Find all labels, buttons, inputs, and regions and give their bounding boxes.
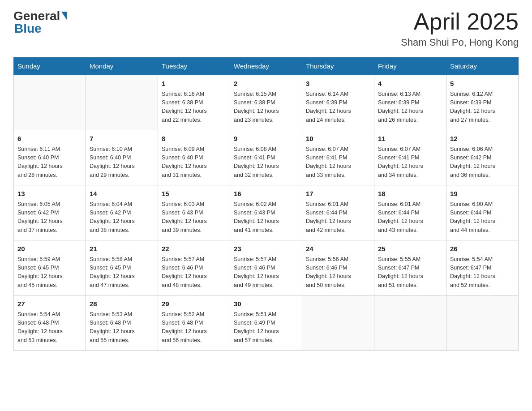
day-number: 7 [90,134,154,144]
day-info: Sunrise: 6:11 AMSunset: 6:40 PMDaylight:… [17,145,82,180]
calendar-week-row: 20Sunrise: 5:59 AMSunset: 6:45 PMDayligh… [14,240,519,295]
calendar-empty-cell [302,295,374,351]
day-info: Sunrise: 6:07 AMSunset: 6:41 PMDaylight:… [378,145,442,180]
day-info: Sunrise: 6:16 AMSunset: 6:38 PMDaylight:… [162,90,226,125]
calendar-day-25: 25Sunrise: 5:55 AMSunset: 6:47 PMDayligh… [374,240,446,295]
day-number: 21 [90,244,154,254]
calendar-week-row: 13Sunrise: 6:05 AMSunset: 6:42 PMDayligh… [14,185,519,240]
day-number: 14 [90,189,154,199]
day-number: 5 [450,79,515,89]
day-number: 10 [306,134,370,144]
calendar-day-11: 11Sunrise: 6:07 AMSunset: 6:41 PMDayligh… [374,130,446,185]
day-info: Sunrise: 6:02 AMSunset: 6:43 PMDaylight:… [234,200,298,235]
calendar-header: SundayMondayTuesdayWednesdayThursdayFrid… [14,58,519,75]
day-number: 17 [306,189,370,199]
calendar-day-30: 30Sunrise: 5:51 AMSunset: 6:49 PMDayligh… [230,295,302,351]
day-info: Sunrise: 5:54 AMSunset: 6:47 PMDaylight:… [450,255,515,290]
calendar-week-row: 6Sunrise: 6:11 AMSunset: 6:40 PMDaylight… [14,130,519,185]
calendar-day-10: 10Sunrise: 6:07 AMSunset: 6:41 PMDayligh… [302,130,374,185]
day-info: Sunrise: 5:52 AMSunset: 6:48 PMDaylight:… [162,310,226,345]
day-number: 4 [378,79,442,89]
day-number: 20 [17,244,82,254]
calendar-day-12: 12Sunrise: 6:06 AMSunset: 6:42 PMDayligh… [446,130,519,185]
calendar-day-2: 2Sunrise: 6:15 AMSunset: 6:38 PMDaylight… [230,75,302,130]
day-number: 16 [234,189,298,199]
title-block: April 2025 Sham Shui Po, Hong Kong [401,9,519,48]
calendar-day-3: 3Sunrise: 6:14 AMSunset: 6:39 PMDaylight… [302,75,374,130]
calendar-day-7: 7Sunrise: 6:10 AMSunset: 6:40 PMDaylight… [86,130,158,185]
calendar-empty-cell [446,295,519,351]
weekday-header-saturday: Saturday [446,58,519,75]
logo: General Blue [13,9,67,36]
calendar-day-22: 22Sunrise: 5:57 AMSunset: 6:46 PMDayligh… [158,240,230,295]
day-number: 30 [234,299,298,309]
calendar-day-5: 5Sunrise: 6:12 AMSunset: 6:39 PMDaylight… [446,75,519,130]
calendar-title: April 2025 [401,9,519,34]
day-info: Sunrise: 6:00 AMSunset: 6:44 PMDaylight:… [450,200,515,235]
day-info: Sunrise: 6:08 AMSunset: 6:41 PMDaylight:… [234,145,298,180]
calendar-day-28: 28Sunrise: 5:53 AMSunset: 6:48 PMDayligh… [86,295,158,351]
calendar-week-row: 27Sunrise: 5:54 AMSunset: 6:48 PMDayligh… [14,295,519,351]
page-header: General Blue April 2025 Sham Shui Po, Ho… [13,9,519,48]
day-number: 28 [90,299,154,309]
day-number: 24 [306,244,370,254]
calendar-day-20: 20Sunrise: 5:59 AMSunset: 6:45 PMDayligh… [14,240,86,295]
calendar-day-6: 6Sunrise: 6:11 AMSunset: 6:40 PMDaylight… [14,130,86,185]
day-number: 11 [378,134,442,144]
day-info: Sunrise: 6:01 AMSunset: 6:44 PMDaylight:… [378,200,442,235]
weekday-header-tuesday: Tuesday [158,58,230,75]
calendar-day-14: 14Sunrise: 6:04 AMSunset: 6:42 PMDayligh… [86,185,158,240]
day-number: 27 [17,299,82,309]
calendar-empty-cell [14,75,86,130]
logo-arrow-icon [61,12,67,20]
calendar-day-21: 21Sunrise: 5:58 AMSunset: 6:45 PMDayligh… [86,240,158,295]
calendar-body: 1Sunrise: 6:16 AMSunset: 6:38 PMDaylight… [14,75,519,351]
day-number: 3 [306,79,370,89]
day-number: 12 [450,134,515,144]
day-info: Sunrise: 5:59 AMSunset: 6:45 PMDaylight:… [17,255,82,290]
calendar-day-19: 19Sunrise: 6:00 AMSunset: 6:44 PMDayligh… [446,185,519,240]
day-number: 8 [162,134,226,144]
day-info: Sunrise: 5:56 AMSunset: 6:46 PMDaylight:… [306,255,370,290]
calendar-day-15: 15Sunrise: 6:03 AMSunset: 6:43 PMDayligh… [158,185,230,240]
calendar-day-8: 8Sunrise: 6:09 AMSunset: 6:40 PMDaylight… [158,130,230,185]
day-number: 15 [162,189,226,199]
weekday-header-monday: Monday [86,58,158,75]
calendar-table: SundayMondayTuesdayWednesdayThursdayFrid… [13,57,519,351]
day-number: 13 [17,189,82,199]
day-info: Sunrise: 5:51 AMSunset: 6:49 PMDaylight:… [234,310,298,345]
day-info: Sunrise: 6:13 AMSunset: 6:39 PMDaylight:… [378,90,442,125]
logo-blue-text: Blue [14,21,42,36]
calendar-week-row: 1Sunrise: 6:16 AMSunset: 6:38 PMDaylight… [14,75,519,130]
day-info: Sunrise: 6:09 AMSunset: 6:40 PMDaylight:… [162,145,226,180]
calendar-subtitle: Sham Shui Po, Hong Kong [401,37,519,48]
calendar-day-18: 18Sunrise: 6:01 AMSunset: 6:44 PMDayligh… [374,185,446,240]
calendar-day-23: 23Sunrise: 5:57 AMSunset: 6:46 PMDayligh… [230,240,302,295]
day-info: Sunrise: 6:04 AMSunset: 6:42 PMDaylight:… [90,200,154,235]
weekday-header-wednesday: Wednesday [230,58,302,75]
day-info: Sunrise: 5:53 AMSunset: 6:48 PMDaylight:… [90,310,154,345]
day-info: Sunrise: 6:01 AMSunset: 6:44 PMDaylight:… [306,200,370,235]
day-info: Sunrise: 6:12 AMSunset: 6:39 PMDaylight:… [450,90,515,125]
weekday-header-thursday: Thursday [302,58,374,75]
day-info: Sunrise: 5:57 AMSunset: 6:46 PMDaylight:… [162,255,226,290]
calendar-day-29: 29Sunrise: 5:52 AMSunset: 6:48 PMDayligh… [158,295,230,351]
day-number: 22 [162,244,226,254]
day-info: Sunrise: 6:05 AMSunset: 6:42 PMDaylight:… [17,200,82,235]
day-info: Sunrise: 6:03 AMSunset: 6:43 PMDaylight:… [162,200,226,235]
weekday-header-sunday: Sunday [14,58,86,75]
day-number: 2 [234,79,298,89]
calendar-day-17: 17Sunrise: 6:01 AMSunset: 6:44 PMDayligh… [302,185,374,240]
calendar-empty-cell [86,75,158,130]
calendar-day-26: 26Sunrise: 5:54 AMSunset: 6:47 PMDayligh… [446,240,519,295]
day-number: 1 [162,79,226,89]
day-number: 26 [450,244,515,254]
calendar-day-1: 1Sunrise: 6:16 AMSunset: 6:38 PMDaylight… [158,75,230,130]
day-number: 19 [450,189,515,199]
day-info: Sunrise: 6:10 AMSunset: 6:40 PMDaylight:… [90,145,154,180]
day-number: 23 [234,244,298,254]
weekday-header-row: SundayMondayTuesdayWednesdayThursdayFrid… [14,58,519,75]
calendar-empty-cell [374,295,446,351]
calendar-day-4: 4Sunrise: 6:13 AMSunset: 6:39 PMDaylight… [374,75,446,130]
calendar-day-9: 9Sunrise: 6:08 AMSunset: 6:41 PMDaylight… [230,130,302,185]
